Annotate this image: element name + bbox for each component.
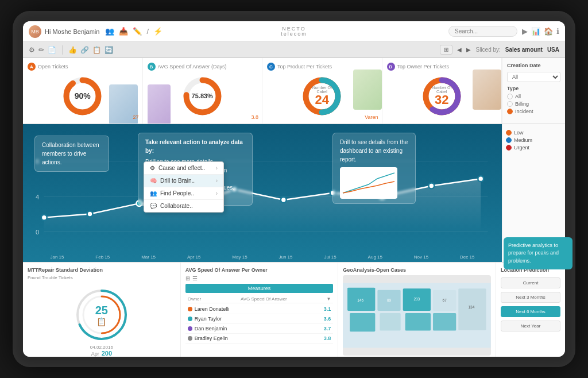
collab-icon: 💬: [150, 203, 157, 209]
geo-card: GeoAnalysis-Open Cases: [338, 263, 496, 357]
context-cause-effect[interactable]: ⚙ Cause and effect.. ›: [144, 162, 223, 175]
bottom-right-panel: Location Prediction Current Next 3 Month…: [496, 263, 565, 357]
gauge-wrap: 25 📋: [73, 286, 130, 344]
mttrepair-subtitle: Found Trouble Tickets: [28, 275, 176, 280]
svg-text:134: 134: [469, 305, 475, 309]
back-arrow-icon[interactable]: ◀: [457, 47, 462, 53]
copy-icon[interactable]: 📋: [92, 46, 101, 54]
settings-icon[interactable]: ⚙: [29, 46, 35, 54]
type-option-all[interactable]: All: [507, 94, 560, 99]
context-collaborate[interactable]: 💬 Collaborate..: [144, 200, 223, 212]
donut-a-text: 90%: [75, 91, 91, 101]
table-row-2[interactable]: Dan Benjamin 3.7: [185, 324, 334, 334]
users-icon[interactable]: 👥: [105, 27, 114, 36]
pred-btn-year[interactable]: Next Year: [501, 321, 560, 331]
flash-icon[interactable]: ⚡: [153, 27, 163, 36]
mttrepair-card: MTTRepair Standard Deviation Found Troub…: [23, 263, 181, 357]
graph-area: 8 4 0 Jan 15 Feb 15 Mar 15 Apr 15 May 15…: [23, 124, 502, 262]
pred-btn-3m[interactable]: Next 3 Months: [501, 292, 560, 303]
row-3-dot: [188, 336, 192, 341]
table-row-1[interactable]: Ryan Taylor 3.6: [185, 314, 334, 324]
inbox-icon[interactable]: 📥: [119, 27, 128, 36]
donut-b: 75.83%: [181, 75, 224, 118]
brain-arrow: ›: [216, 178, 218, 184]
x-label-feb: Feb 15: [95, 254, 110, 260]
bottom-section: MTTRepair Standard Deviation Found Troub…: [23, 262, 565, 357]
col2-header: AVG Speed Of Answer: [241, 296, 287, 302]
cause-icon: ⚙: [150, 165, 155, 171]
x-label-jul: Jul 15: [324, 254, 336, 260]
context-find-people[interactable]: 👥 Find People.. ›: [144, 187, 223, 200]
nav-icons: 👥 📥 ✏️ / ⚡: [105, 27, 163, 36]
mini-chart: [340, 167, 397, 199]
svg-text:4: 4: [36, 194, 39, 200]
refresh-icon[interactable]: 🔄: [105, 46, 113, 54]
kpi-badge-a: A: [28, 63, 36, 71]
toolbar-right: ⊞ ◀ ▶ Sliced by: Sales amount USA: [440, 45, 559, 55]
file-icon[interactable]: 📄: [48, 46, 56, 54]
kpi-filters: Creation Date All Type All Billing: [502, 58, 565, 124]
check-urgent: [506, 145, 512, 151]
priority-urgent[interactable]: Urgent: [506, 145, 562, 151]
row-1-dot: [188, 317, 192, 321]
row-2-val: 3.7: [324, 326, 331, 331]
chart-x-labels: Jan 15 Feb 15 Mar 15 Apr 15 May 15 Jun 1…: [23, 254, 502, 260]
svg-point-20: [428, 183, 434, 189]
svg-text:146: 146: [358, 298, 364, 302]
kpi-row: A Open Tickets 90%: [23, 58, 565, 124]
priority-low[interactable]: Low: [506, 130, 562, 136]
separator-1: [62, 45, 63, 55]
gauge-bottom: 04.02.2016 Apr 200: [90, 345, 113, 357]
kpi-c-thumb: [353, 70, 382, 110]
svg-point-21: [478, 176, 483, 182]
kpi-d-thumb: [473, 70, 501, 110]
grid-view-button[interactable]: ⊞: [440, 45, 452, 55]
gauge-sub-group: Apr 200: [90, 350, 113, 357]
radio-billing: [507, 101, 513, 107]
kpi-c-donut: Number Of Cabel 24: [300, 75, 343, 118]
context-drill-brain[interactable]: 🧠 Drill to Brain.. ›: [144, 175, 223, 187]
svg-point-12: [41, 215, 47, 221]
greeting-text: Hi Moshe Benjamin: [45, 28, 99, 35]
x-label-mar: Mar 15: [141, 254, 156, 260]
us-map-svg: 146 89 203 67 134: [343, 275, 491, 356]
info-icon[interactable]: ℹ: [556, 27, 559, 36]
table-row-0[interactable]: Laren Donatelli 3.1: [185, 304, 334, 314]
kpi-card-a[interactable]: A Open Tickets 90%: [23, 58, 143, 124]
search-input[interactable]: [448, 26, 517, 37]
main-content: A Open Tickets 90%: [23, 58, 565, 357]
table-icon-2[interactable]: ☰: [192, 275, 198, 281]
edit-icon[interactable]: ✏️: [133, 27, 142, 36]
share-icon[interactable]: 🔗: [80, 46, 89, 54]
kpi-card-c[interactable]: C Top Product Per Tickets Number Of Cabe…: [262, 58, 382, 124]
x-label-aug: Aug 15: [368, 254, 382, 260]
pred-btn-current[interactable]: Current: [501, 277, 560, 288]
priority-medium[interactable]: Medium: [506, 137, 562, 143]
svg-text:89: 89: [387, 298, 392, 302]
type-label: Type: [507, 86, 560, 91]
chart-icon[interactable]: 📊: [531, 27, 540, 36]
kpi-card-b[interactable]: B AVG Speed Of Answer (Days) 75.83%: [143, 58, 263, 124]
kpi-card-d[interactable]: D Top Owner Per Tickets Number Of Cabel …: [382, 58, 502, 124]
home-icon[interactable]: 🏠: [544, 27, 553, 36]
col2-dropdown-icon[interactable]: ▼: [326, 296, 331, 302]
type-option-billing[interactable]: Billing: [507, 101, 560, 107]
context-menu[interactable]: ⚙ Cause and effect.. › 🧠 Drill to Brain.…: [144, 161, 224, 213]
table-icon-1[interactable]: ⊞: [185, 275, 190, 281]
creation-date-select[interactable]: All: [507, 72, 560, 82]
forward-arrow-icon[interactable]: ▶: [466, 47, 471, 53]
kpi-b-label: B AVG Speed Of Answer (Days): [148, 63, 258, 71]
table-icons: ⊞ ☰: [185, 275, 334, 281]
pencil-icon[interactable]: ✏: [38, 46, 44, 54]
row-2-dot: [188, 326, 192, 331]
svg-rect-33: [380, 313, 401, 331]
youtube-icon[interactable]: ▶: [522, 27, 528, 36]
gauge-container: 25 📋 04.02.2016 Apr 200: [28, 284, 176, 357]
pred-btn-6m[interactable]: Next 6 Months: [501, 306, 560, 317]
nav-user: MB Hi Moshe Benjamin: [29, 25, 99, 38]
type-option-incident[interactable]: Incident: [507, 109, 560, 114]
donut-b-text: 75.83%: [192, 92, 213, 99]
row-0-val: 3.1: [324, 306, 331, 312]
table-row-3[interactable]: Bradley Egelin 3.8: [185, 334, 334, 344]
thumb-icon[interactable]: 👍: [68, 46, 77, 54]
